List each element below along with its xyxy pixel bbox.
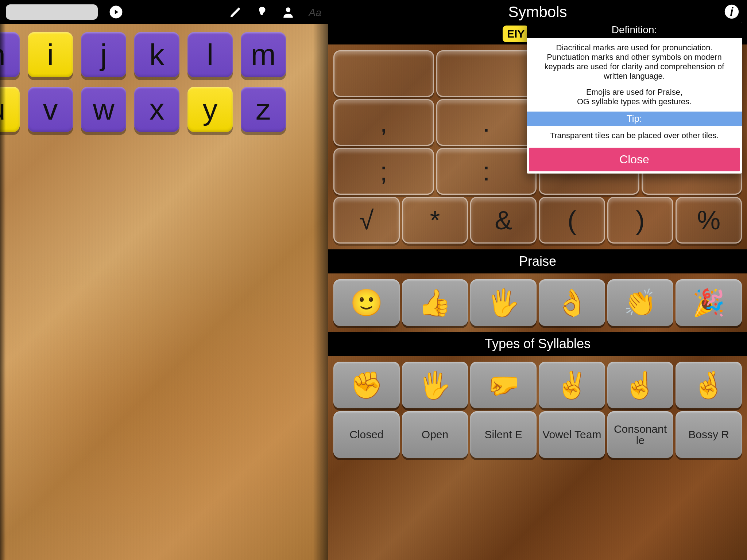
popup-tip-body: Transparent tiles can be placed over oth… <box>527 126 742 145</box>
emoji-tile[interactable]: 🤛 <box>470 362 537 408</box>
pencil-icon[interactable] <box>228 4 244 20</box>
page-title: Symbols <box>508 3 567 21</box>
person-icon[interactable] <box>280 4 296 20</box>
emoji-tile[interactable]: ✌️ <box>539 362 605 408</box>
letter-tile-w[interactable]: w <box>81 87 126 132</box>
ear-icon[interactable] <box>254 4 270 20</box>
symbol-tile[interactable]: * <box>402 197 468 244</box>
symbol-tile[interactable]: : <box>436 148 537 195</box>
syllable-label-tile[interactable]: Bossy R <box>676 411 742 458</box>
symbol-tile[interactable]: , <box>333 99 434 146</box>
letter-tile-z[interactable]: z <box>241 87 286 132</box>
info-icon[interactable]: i <box>724 4 740 20</box>
letter-tile-y[interactable]: y <box>187 87 233 132</box>
letter-tile-h[interactable]: h <box>0 32 20 77</box>
emoji-tile[interactable]: 👏 <box>607 279 674 326</box>
symbol-tile[interactable] <box>333 50 434 97</box>
toolbar-left: Aa <box>0 0 328 24</box>
letter-tile-l[interactable]: l <box>187 32 233 77</box>
font-icon[interactable]: Aa <box>306 4 322 20</box>
definition-popup: Definition: Diacritical marks are used f… <box>527 22 742 174</box>
emoji-tile[interactable]: 🤞 <box>676 362 742 408</box>
toolbar-right: Symbols i <box>328 0 747 24</box>
search-input[interactable] <box>6 4 98 20</box>
popup-definition-header: Definition: <box>527 22 742 38</box>
symbol-tile[interactable]: . <box>436 99 537 146</box>
symbol-tile[interactable]: & <box>470 197 537 244</box>
symbol-tile[interactable]: ( <box>539 197 605 244</box>
emoji-tile[interactable]: 👌 <box>539 279 605 326</box>
letter-tile-k[interactable]: k <box>134 32 179 77</box>
section-syllables: Types of Syllables <box>328 332 747 356</box>
letter-board: hijklm uvwxyz <box>0 24 328 560</box>
symbol-tile[interactable]: ; <box>333 148 434 195</box>
svg-point-1 <box>286 7 291 12</box>
tab-eiy[interactable]: EIY <box>503 26 529 42</box>
syllable-label-tile[interactable]: Vowel Team <box>539 411 605 458</box>
emoji-tile[interactable]: 🖐️ <box>470 279 537 326</box>
emoji-tile[interactable]: ✊ <box>333 362 400 408</box>
syllable-label-tile[interactable]: Consonant le <box>607 411 674 458</box>
emoji-tile[interactable]: 🎉 <box>676 279 742 326</box>
popup-tip-header: Tip: <box>527 112 742 126</box>
symbol-tile[interactable]: √ <box>333 197 400 244</box>
symbol-tile[interactable] <box>436 50 537 97</box>
praise-board: 🙂👍🖐️👌👏🎉 <box>328 273 747 332</box>
letter-tile-u[interactable]: u <box>0 87 20 132</box>
letter-tile-x[interactable]: x <box>134 87 179 132</box>
emoji-tile[interactable]: 🙂 <box>333 279 400 326</box>
close-button[interactable]: Close <box>529 148 740 171</box>
play-icon[interactable] <box>108 4 124 20</box>
letter-tile-i[interactable]: i <box>28 32 73 77</box>
emoji-tile[interactable]: ☝️ <box>607 362 674 408</box>
syllable-label-tile[interactable]: Open <box>402 411 468 458</box>
syllables-board: ✊🖐️🤛✌️☝️🤞 ClosedOpenSilent EVowel TeamCo… <box>328 356 747 560</box>
emoji-tile[interactable]: 🖐️ <box>402 362 468 408</box>
letter-tile-m[interactable]: m <box>241 32 286 77</box>
letter-tile-v[interactable]: v <box>28 87 73 132</box>
emoji-tile[interactable]: 👍 <box>402 279 468 326</box>
svg-text:Aa: Aa <box>308 7 321 18</box>
letter-tile-j[interactable]: j <box>81 32 126 77</box>
symbol-tile[interactable]: ) <box>607 197 674 244</box>
popup-body: Diacritical marks are used for pronuncia… <box>527 38 742 112</box>
syllable-label-tile[interactable]: Closed <box>333 411 400 458</box>
section-praise: Praise <box>328 249 747 273</box>
symbol-tile[interactable]: % <box>676 197 742 244</box>
syllable-label-tile[interactable]: Silent E <box>470 411 537 458</box>
svg-text:i: i <box>730 5 734 18</box>
